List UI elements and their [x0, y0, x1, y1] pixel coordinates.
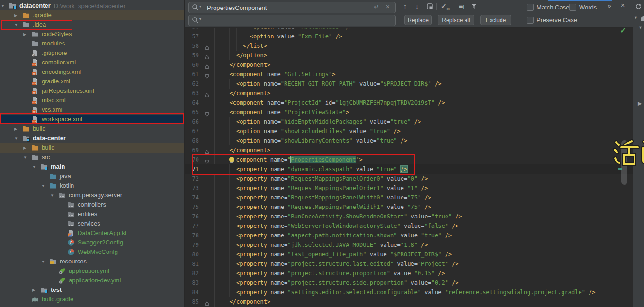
tree-item-services[interactable]: services — [0, 219, 184, 228]
code-text[interactable]: <component name="ProjectViewState"> — [223, 108, 349, 117]
tree-item-modules[interactable]: modules — [0, 39, 184, 48]
tree-item-com.persagy.server[interactable]: ▼com.persagy.server — [0, 190, 184, 200]
code-line-58[interactable]: 58 </list> — [185, 41, 633, 51]
exclude-button[interactable]: Exclude — [480, 15, 511, 25]
code-line-69[interactable]: 69 </component> — [185, 145, 633, 155]
tree-item-java[interactable]: java — [0, 172, 184, 181]
code-text[interactable]: <property name="project.structure.propor… — [223, 269, 445, 278]
tree-item-gradle.xml[interactable]: <>gradle.xml — [0, 77, 184, 86]
code-text[interactable]: </list> — [223, 41, 267, 51]
fold-end-icon[interactable] — [205, 44, 209, 48]
more-options-icon[interactable]: » — [608, 2, 611, 9]
tree-item-DataCenterApp.kt[interactable]: DataCenterApp.kt — [0, 228, 184, 238]
tree-item-misc.xml[interactable]: <>misc.xml — [0, 96, 184, 105]
code-line-60[interactable]: 60 </component> — [185, 60, 633, 70]
expanded-arrow-icon[interactable]: ▼ — [40, 184, 49, 188]
code-line-64[interactable]: 64 <component name="ProjectId" id="1gjCb… — [185, 98, 633, 108]
code-text[interactable]: </component> — [223, 297, 270, 307]
code-line-66[interactable]: 66 <option name="hideEmptyMiddlePackages… — [185, 117, 633, 126]
code-line-76[interactable]: 76 <property name="RunOnceActivity.ShowR… — [185, 212, 633, 221]
replace-field[interactable]: ▾ — [188, 15, 396, 26]
tree-root-datacenter[interactable]: ▼ datacenter D:\work_space\datacenter — [0, 1, 184, 10]
expanded-arrow-icon[interactable]: ▼ — [40, 260, 49, 264]
fold-end-icon[interactable] — [205, 63, 209, 67]
collapsed-arrow-icon[interactable]: ▶ — [22, 146, 31, 150]
tree-item-kotlin[interactable]: ▼kotlin — [0, 181, 184, 190]
code-line-62[interactable]: 62 <option name="RECENT_GIT_ROOT_PATH" v… — [185, 79, 633, 89]
code-line-72[interactable]: 72 <property name="RequestMappingsPanelO… — [185, 174, 633, 183]
tree-item-compiler.xml[interactable]: <>compiler.xml — [0, 58, 184, 67]
gradle-elephant-icon[interactable] — [640, 15, 644, 24]
clear-search-icon[interactable]: × — [386, 3, 390, 10]
collapsed-arrow-icon[interactable]: ▶ — [13, 127, 22, 131]
code-text[interactable]: <option value="FxmlFile" /> — [223, 32, 342, 41]
preserve-case-checkbox[interactable] — [527, 17, 534, 24]
tree-item-WebMvcConfg[interactable]: CWebMvcConfg — [0, 247, 184, 257]
code-text[interactable]: <property name="RequestMappingsPanelOrde… — [223, 174, 428, 183]
code-line-82[interactable]: 82 <property name="project.structure.pro… — [185, 269, 633, 278]
tree-item-Swagger2Config[interactable]: CSwagger2Config — [0, 238, 184, 247]
fold-end-icon[interactable] — [205, 91, 209, 96]
code-line-61[interactable]: 61 <component name="Git.Settings"> — [185, 70, 633, 79]
words-checkbox[interactable] — [569, 4, 576, 11]
code-text[interactable]: <property name="aspect.path.notification… — [223, 231, 452, 240]
newline-icon[interactable]: ↵ — [374, 3, 379, 10]
collapsed-arrow-icon[interactable]: ▶ — [31, 288, 40, 292]
code-text[interactable]: <component name="Git.Settings"> — [223, 70, 335, 79]
close-find-bar-icon[interactable]: × — [621, 1, 625, 9]
code-line-81[interactable]: 81 <property name="project.structure.las… — [185, 259, 633, 269]
tree-item-.gitignore[interactable]: .gitignore — [0, 48, 184, 58]
code-text[interactable]: <property name="project.structure.side.p… — [223, 278, 459, 288]
code-text[interactable]: <property name="RunOnceActivity.ShowRead… — [223, 212, 462, 221]
code-text[interactable]: <property name="RequestMappingsPanelOrde… — [223, 183, 428, 193]
code-line-85[interactable]: 85 </component> — [185, 297, 633, 307]
tree-item-entities[interactable]: entities — [0, 209, 184, 219]
code-line-80[interactable]: 80 <property name="last_opened_file_path… — [185, 250, 633, 259]
gradle-sync-icon[interactable] — [635, 3, 642, 12]
replace-input[interactable] — [206, 15, 364, 26]
editor-panel[interactable]: 56 <option value="KotlinClass" />57 <opt… — [185, 0, 633, 307]
code-line-77[interactable]: 77 <property name="WebServerToolWindowFa… — [185, 221, 633, 231]
code-line-75[interactable]: 75 <property name="RequestMappingsPanelW… — [185, 202, 633, 212]
code-line-57[interactable]: 57 <option value="FxmlFile" /> — [185, 32, 633, 41]
code-line-59[interactable]: 59 </option> — [185, 51, 633, 60]
code-line-65[interactable]: 65 <component name="ProjectViewState"> — [185, 108, 633, 117]
filter-funnel-icon[interactable] — [471, 3, 477, 11]
tree-item-encodings.xml[interactable]: <>encodings.xml — [0, 67, 184, 77]
tree-item-resources[interactable]: ▼resources — [0, 257, 184, 266]
tree-item-controllers[interactable]: controllers — [0, 200, 184, 209]
search-field[interactable]: ▾ ↵ × — [188, 2, 396, 13]
collapsed-arrow-icon[interactable]: ▶ — [22, 32, 31, 36]
replace-search-icon[interactable] — [192, 17, 199, 24]
code-text[interactable]: <option name="showExcludedFiles" value="… — [223, 126, 401, 136]
code-text[interactable]: <option name="hideEmptyMiddlePackages" v… — [223, 117, 421, 126]
code-text[interactable]: <property name="jdk.selected.JAVA_MODULE… — [223, 240, 428, 250]
tree-item-test[interactable]: ▶test — [0, 285, 184, 295]
open-in-find-window-icon[interactable] — [427, 3, 433, 11]
code-text[interactable]: <property name="settings.editor.selected… — [223, 288, 596, 297]
code-text[interactable]: <property name="RequestMappingsPanelWidt… — [223, 202, 431, 212]
code-text[interactable]: <option name="RECENT_GIT_ROOT_PATH" valu… — [223, 79, 441, 89]
expand-arrow-icon[interactable]: ▼ — [638, 25, 643, 30]
code-text[interactable]: </option> — [223, 51, 267, 60]
code-text[interactable]: <property name="WebServerToolWindowFacto… — [223, 221, 459, 231]
collapse-arrow-icon[interactable]: ▼ — [634, 15, 638, 20]
code-line-68[interactable]: 68 <option name="showLibraryContents" va… — [185, 136, 633, 145]
tree-item-build.gradle[interactable]: build.gradle — [0, 295, 184, 304]
match-case-checkbox[interactable] — [527, 4, 534, 11]
code-text[interactable]: </component> — [223, 89, 270, 98]
fold-end-icon[interactable] — [205, 148, 209, 153]
tree-item-build[interactable]: ▶build — [0, 124, 184, 134]
code-line-67[interactable]: 67 <option name="showExcludedFiles" valu… — [185, 126, 633, 136]
fold-start-icon[interactable] — [205, 110, 209, 115]
search-icon[interactable] — [192, 4, 199, 11]
expanded-arrow-icon[interactable]: ▼ — [49, 193, 58, 198]
tree-item-data-center[interactable]: ▼data-center — [0, 134, 184, 143]
tree-item-main[interactable]: ▼main — [0, 162, 184, 172]
tree-item-jarRepositories.xml[interactable]: <>jarRepositories.xml — [0, 86, 184, 96]
code-line-79[interactable]: 79 <property name="jdk.selected.JAVA_MOD… — [185, 240, 633, 250]
expanded-arrow-icon[interactable]: ▼ — [22, 155, 31, 160]
code-text[interactable]: </component> — [223, 60, 270, 70]
expanded-arrow-icon[interactable]: ▼ — [31, 165, 40, 169]
code-line-83[interactable]: 83 <property name="project.structure.sid… — [185, 278, 633, 288]
